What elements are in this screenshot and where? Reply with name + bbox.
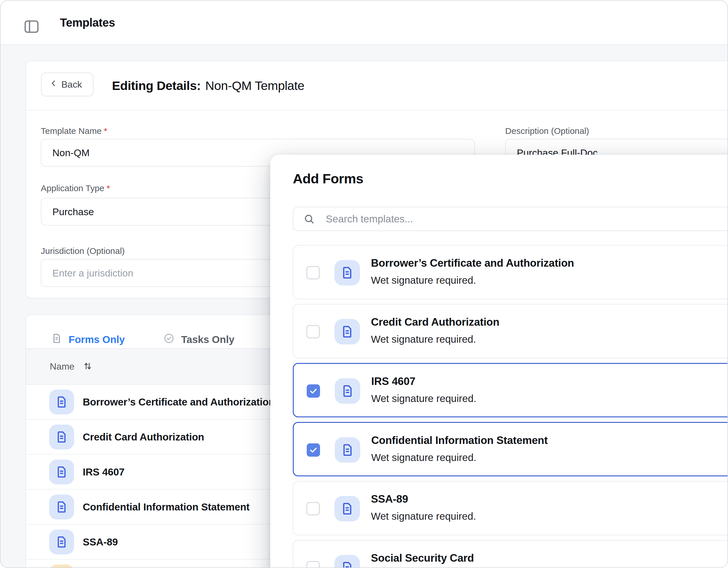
form-checkbox[interactable] [307, 443, 320, 457]
document-icon [49, 424, 74, 449]
template-name-label: Template Name* [41, 126, 107, 136]
table-row-name: Borrower’s Certificate and Authorization [83, 396, 275, 408]
add-forms-modal: Add Forms Borrower’s Certificate [270, 155, 728, 568]
document-icon [335, 437, 360, 463]
form-option-subtitle: Wet signature required. [371, 393, 476, 404]
document-icon [49, 459, 74, 484]
modal-title: Add Forms [293, 171, 363, 187]
back-button-label: Back [61, 79, 82, 90]
required-asterisk: * [104, 126, 107, 136]
editor-header: Back Editing Details: Non-QM Template [26, 61, 728, 111]
form-option-card[interactable]: Borrower’s Certificate and Authorization… [293, 245, 728, 299]
form-option-title: IRS 4607 [371, 375, 416, 387]
panel-left-icon [23, 32, 41, 36]
page-title: Templates [60, 1, 115, 45]
form-option-subtitle: Wet signature required. [371, 333, 476, 345]
form-option-title: Confidential Information Statement [371, 434, 548, 446]
editor-title-template-name: Non-QM Template [205, 79, 304, 93]
jurisdiction-label: Jurisdiction (Optional) [41, 246, 125, 256]
form-checkbox[interactable] [306, 325, 320, 338]
table-row-name: Credit Card Authorization [83, 431, 204, 443]
form-checkbox[interactable] [306, 502, 320, 515]
form-checkbox[interactable] [306, 561, 320, 568]
document-icon [51, 333, 62, 346]
form-option-title: Credit Card Authorization [371, 316, 499, 328]
document-icon [49, 530, 74, 554]
sort-arrows-icon [82, 361, 93, 372]
form-option-subtitle: Wet signature required. [371, 510, 476, 522]
search-box [293, 207, 728, 231]
name-column-header: Name [50, 361, 74, 372]
form-option-title: Borrower’s Certificate and Authorization [371, 257, 574, 269]
description-label: Description (Optional) [505, 126, 589, 136]
table-row-name: Confidential Information Statement [83, 501, 250, 513]
document-icon [335, 378, 360, 404]
tab-tasks-only-label: Tasks Only [181, 334, 234, 345]
task-yellow-icon [49, 565, 74, 568]
form-option-card[interactable]: Credit Card Authorization Wet signature … [293, 304, 728, 358]
form-options-list: Borrower’s Certificate and Authorization… [293, 245, 728, 568]
form-option-card[interactable]: SSA-89 Wet signature required. [293, 481, 728, 535]
form-checkbox[interactable] [306, 266, 320, 280]
form-option-subtitle: Wet signature required. [371, 275, 476, 286]
form-option-title: SSA-89 [371, 493, 408, 505]
back-button[interactable]: Back [41, 73, 93, 96]
document-icon [334, 319, 360, 344]
document-icon [49, 389, 74, 414]
circle-check-icon [163, 332, 175, 346]
application-type-label: Application Type* [41, 183, 110, 193]
tab-forms-only-label: Forms Only [69, 334, 125, 345]
required-asterisk: * [107, 183, 110, 193]
document-icon [334, 555, 360, 568]
table-row-name: IRS 4607 [83, 466, 124, 478]
document-icon [49, 494, 74, 519]
table-row-name: SSA-89 [83, 536, 118, 548]
editor-title-prefix: Editing Details: [112, 79, 201, 93]
app-window: Templates Back Editing Details: Non-QM T… [0, 0, 728, 568]
sort-button[interactable] [82, 361, 93, 372]
form-option-subtitle: Wet signature required. [371, 452, 476, 463]
chevron-left-icon [49, 79, 58, 90]
document-icon [334, 496, 360, 521]
top-bar: Templates [1, 1, 727, 45]
editor-title: Editing Details: Non-QM Template [112, 61, 304, 111]
form-option-card[interactable]: Social Security Card [293, 540, 728, 568]
document-icon [334, 260, 360, 285]
sidebar-toggle-button[interactable] [23, 18, 41, 36]
search-templates-input[interactable] [293, 207, 728, 231]
form-checkbox[interactable] [307, 384, 320, 398]
form-option-card[interactable]: IRS 4607 Wet signature required. [293, 363, 728, 417]
form-option-title: Social Security Card [371, 552, 474, 564]
form-option-card[interactable]: Confidential Information Statement Wet s… [293, 422, 728, 476]
